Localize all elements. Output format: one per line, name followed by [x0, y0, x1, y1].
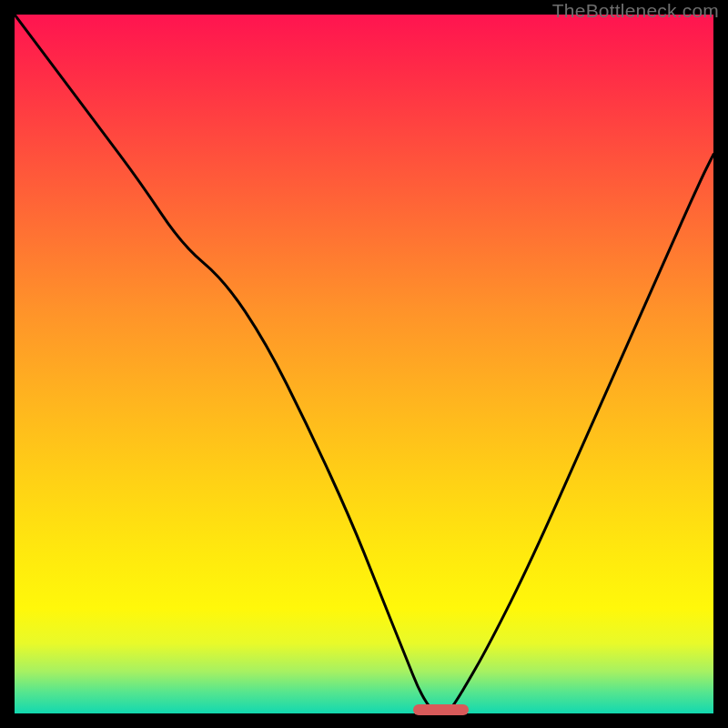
chart-frame: TheBottleneck.com	[0, 0, 728, 728]
watermark-text: TheBottleneck.com	[552, 0, 719, 22]
chart-plot-area	[15, 15, 713, 713]
bottleneck-curve	[15, 15, 713, 713]
optimal-range-marker	[413, 704, 469, 715]
